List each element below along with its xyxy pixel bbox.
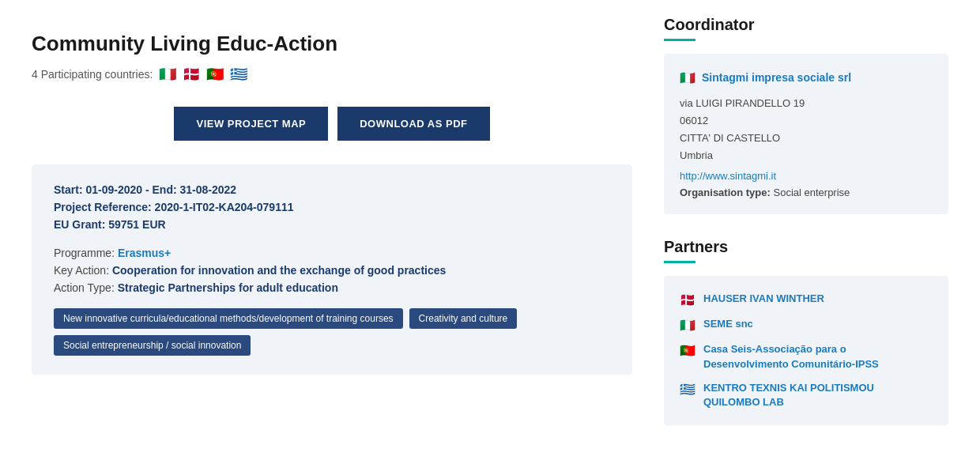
org-type-value: Social enterprise xyxy=(773,187,850,198)
flag-portugal: 🇵🇹 xyxy=(206,66,224,83)
coordinator-card: 🇮🇹 Sintagmi impresa sociale srl via LUIG… xyxy=(664,54,948,214)
coordinator-teal-bar xyxy=(664,39,695,41)
org-type: Organisation type: Social enterprise xyxy=(680,187,933,198)
partners-teal-bar xyxy=(664,261,695,263)
tags-section: New innovative curricula/educational met… xyxy=(54,308,610,356)
programme-label: Programme: xyxy=(54,247,115,259)
key-action-line: Key Action: Cooperation for innovation a… xyxy=(54,264,610,277)
key-action-link[interactable]: Cooperation for innovation and the excha… xyxy=(112,264,446,277)
partner-item: 🇵🇹Casa Seis-Associação para o Desenvolvi… xyxy=(680,342,933,371)
partner-link[interactable]: SEME snc xyxy=(703,317,753,331)
address-line4: Umbria xyxy=(680,149,713,161)
view-project-map-button[interactable]: VIEW PROJECT MAP xyxy=(174,107,328,141)
flag-greece: 🇬🇷 xyxy=(230,66,247,83)
sidebar: Coordinator 🇮🇹 Sintagmi impresa sociale … xyxy=(664,16,948,425)
participating-label: 4 Participating countries: xyxy=(32,68,153,81)
partners-card: 🇩🇰HAUSER IVAN WINTHER🇮🇹SEME snc🇵🇹Casa Se… xyxy=(664,276,948,425)
tag: New innovative curricula/educational met… xyxy=(54,308,403,329)
partner-item: 🇩🇰HAUSER IVAN WINTHER xyxy=(680,292,933,307)
page-wrapper: Community Living Educ-Action 4 Participa… xyxy=(0,0,980,441)
programme-line: Programme: Erasmus+ xyxy=(54,247,610,259)
info-box: Start: 01-09-2020 - End: 31-08-2022 Proj… xyxy=(32,164,632,375)
flag-denmark: 🇩🇰 xyxy=(183,66,200,83)
project-title: Community Living Educ-Action xyxy=(32,32,632,56)
tag: Social entrepreneurship / social innovat… xyxy=(54,335,251,356)
programme-link[interactable]: Erasmus+ xyxy=(118,247,171,259)
partner-item: 🇮🇹SEME snc xyxy=(680,317,933,333)
tag: Creativity and culture xyxy=(409,308,518,329)
partner-flag: 🇩🇰 xyxy=(680,292,695,307)
action-buttons: VIEW PROJECT MAP DOWNLOAD AS PDF xyxy=(32,107,632,141)
coordinator-heading: Coordinator xyxy=(664,16,948,34)
coordinator-link[interactable]: Sintagmi impresa sociale srl xyxy=(702,71,851,84)
partner-flag: 🇬🇷 xyxy=(680,382,695,397)
coordinator-address: via LUIGI PIRANDELLO 19 06012 CITTA' DI … xyxy=(680,95,933,164)
partner-link[interactable]: Casa Seis-Associação para o Desenvolvime… xyxy=(703,342,933,371)
participating-countries: 4 Participating countries: 🇮🇹 🇩🇰 🇵🇹 🇬🇷 xyxy=(32,66,632,83)
coordinator-website[interactable]: http://www.sintagmi.it xyxy=(680,170,776,182)
address-line2: 06012 xyxy=(680,115,708,126)
coordinator-name-row: 🇮🇹 Sintagmi impresa sociale srl xyxy=(680,70,933,85)
partner-link[interactable]: HAUSER IVAN WINTHER xyxy=(703,292,824,306)
action-type-link[interactable]: Strategic Partnerships for adult educati… xyxy=(118,281,338,294)
project-reference: Project Reference: 2020-1-IT02-KA204-079… xyxy=(54,201,610,213)
partner-flag: 🇮🇹 xyxy=(680,318,695,333)
org-type-label: Organisation type: xyxy=(680,187,771,198)
download-as-pdf-button[interactable]: DOWNLOAD AS PDF xyxy=(337,107,489,141)
action-type-label: Action Type: xyxy=(54,281,115,294)
action-type-line: Action Type: Strategic Partnerships for … xyxy=(54,281,610,294)
address-line1: via LUIGI PIRANDELLO 19 xyxy=(680,97,805,109)
eu-grant: EU Grant: 59751 EUR xyxy=(54,218,610,231)
main-content: Community Living Educ-Action 4 Participa… xyxy=(32,16,632,425)
partner-link[interactable]: KENTRO TEXNIS KAI POLITISMOU QUILOMBO LA… xyxy=(703,381,933,409)
project-dates: Start: 01-09-2020 - End: 31-08-2022 xyxy=(54,183,610,196)
coordinator-flag: 🇮🇹 xyxy=(680,70,695,85)
flag-italy: 🇮🇹 xyxy=(159,66,176,83)
partner-item: 🇬🇷KENTRO TEXNIS KAI POLITISMOU QUILOMBO … xyxy=(680,381,933,409)
partners-heading: Partners xyxy=(664,238,948,256)
key-action-label: Key Action: xyxy=(54,264,109,277)
address-line3: CITTA' DI CASTELLO xyxy=(680,132,780,144)
partner-flag: 🇵🇹 xyxy=(680,343,695,358)
